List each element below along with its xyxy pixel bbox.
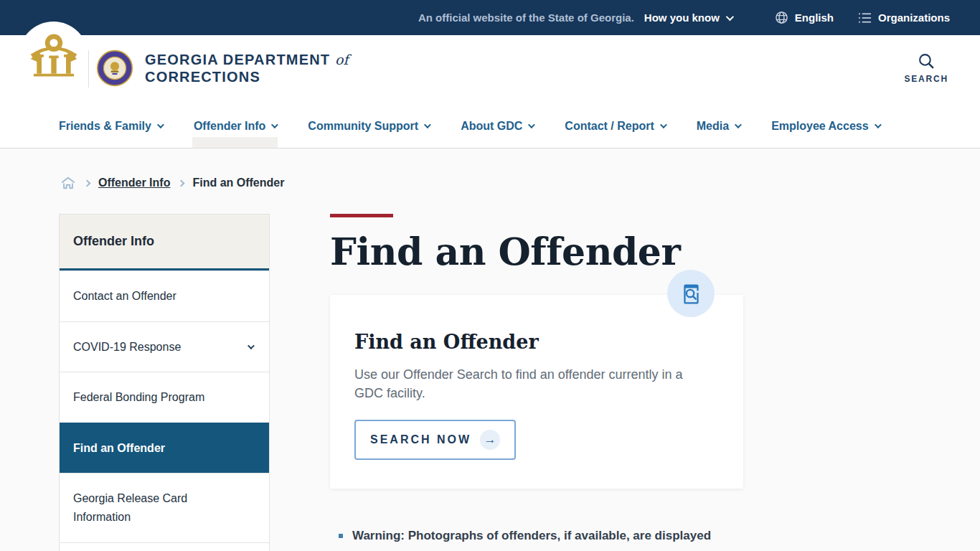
nav-item-about-gdc[interactable]: About GDC [461,104,533,148]
nav-label: Friends & Family [59,120,151,133]
chevron-down-icon [248,342,255,349]
nav-label: Community Support [308,120,418,133]
offender-search-icon-badge [667,270,715,317]
nav-item-offender-info[interactable]: Offender Info [194,104,276,148]
primary-navigation: Friends & Family Offender Info Community… [0,104,980,149]
sidebar-item-contact-an-offender[interactable]: Contact an Offender [60,270,269,321]
warning-list-item: Warning: Photographs of offenders, if av… [330,529,743,543]
agency-name[interactable]: GEORGIA DEPARTMENT of CORRECTIONS [145,51,349,85]
red-accent-bar [330,214,393,217]
chevron-down-icon [735,121,742,128]
arrow-right-icon: → [480,430,500,450]
site-header: GEORGIA DEPARTMENT of CORRECTIONS SEARCH [0,35,980,104]
sidebar-item-label: Georgia Release Card Information [73,489,240,526]
card-title: Find an Offender [354,331,715,353]
card-description: Use our Offender Search to find an offen… [354,365,706,402]
topbar-right-group: English Organizations [775,11,950,24]
georgia-arch-logo[interactable] [19,22,88,91]
nav-item-employee-access[interactable]: Employee Access [771,104,879,148]
search-now-label: SEARCH NOW [370,433,471,446]
agency-name-of: of [335,52,348,67]
find-offender-card: Find an Offender Use our Offender Search… [330,295,743,489]
chevron-down-icon [660,121,667,128]
breadcrumb-parent-link[interactable]: Offender Info [98,176,170,189]
search-label: SEARCH [905,74,948,84]
nav-item-media[interactable]: Media [697,104,740,148]
main-column: Find an Offender Find an Offender Use ou… [330,214,743,551]
chevron-down-icon [271,121,278,128]
official-message-group: An official website of the State of Geor… [418,11,732,24]
sidebar-item-georgia-release-card[interactable]: Georgia Release Card Information [60,473,269,542]
warning-text: Warning: Photographs of offenders, if av… [352,529,711,543]
breadcrumb-separator-icon [84,179,91,187]
sidebar-item-label: Contact an Offender [73,287,176,306]
chevron-down-icon [424,121,431,128]
header-search-button[interactable]: SEARCH [905,52,948,84]
agency-name-line1: GEORGIA DEPARTMENT [145,52,330,67]
chevron-down-icon [726,12,734,20]
nav-label: Contact / Report [565,120,654,133]
sidebar-item-label: Federal Bonding Program [73,388,204,407]
nav-item-contact-report[interactable]: Contact / Report [565,104,664,148]
org-list-icon [858,12,872,24]
arch-logo-icon [27,30,80,83]
sidebar-item-incarcerated-veterans[interactable]: Incarcerated Veterans [60,542,269,551]
breadcrumb: Offender Info Find an Offender [0,149,980,190]
search-now-button[interactable]: SEARCH NOW → [354,420,516,460]
nav-label: Employee Access [771,120,868,133]
globe-icon [775,11,788,24]
sidebar-title: Offender Info [60,215,269,270]
sidebar-item-find-an-offender[interactable]: Find an Offender [60,423,269,474]
nav-label: Offender Info [194,120,265,133]
gdc-seal [96,50,133,87]
nav-label: About GDC [461,120,522,133]
organizations-label: Organizations [878,11,950,24]
nav-item-friends-family[interactable]: Friends & Family [59,104,162,148]
how-you-know-toggle[interactable]: How you know [644,11,732,24]
nav-label: Media [697,120,729,133]
sidebar-item-covid-19-response[interactable]: COVID-19 Response [60,321,269,372]
breadcrumb-current: Find an Offender [192,176,284,189]
sidebar-item-label: Find an Offender [73,439,165,458]
organizations-link[interactable]: Organizations [858,11,950,24]
nav-item-community-support[interactable]: Community Support [308,104,429,148]
section-sidebar: Offender Info Contact an Offender COVID-… [59,214,270,551]
official-message: An official website of the State of Geor… [418,11,634,24]
page-title: Find an Offender [330,230,743,273]
agency-name-line2: CORRECTIONS [145,68,349,85]
official-state-bar: An official website of the State of Geor… [0,0,980,35]
document-search-icon [677,280,705,307]
header-divider [88,50,89,88]
nav-list: Friends & Family Offender Info Community… [59,104,911,148]
chevron-down-icon [875,121,882,128]
content-area: Offender Info Contact an Offender COVID-… [59,214,980,551]
language-selector[interactable]: English [775,11,834,24]
home-icon[interactable] [60,176,76,190]
search-icon [918,52,936,70]
how-you-know-label: How you know [644,11,720,24]
chevron-down-icon [157,121,164,128]
breadcrumb-separator-icon [178,179,185,187]
sidebar-item-label: COVID-19 Response [73,338,181,357]
chevron-down-icon [528,121,535,128]
language-label: English [795,11,834,24]
list-bullet [339,534,343,538]
sidebar-item-federal-bonding-program[interactable]: Federal Bonding Program [60,372,269,423]
page-body: Offender Info Find an Offender Offender … [0,149,980,551]
